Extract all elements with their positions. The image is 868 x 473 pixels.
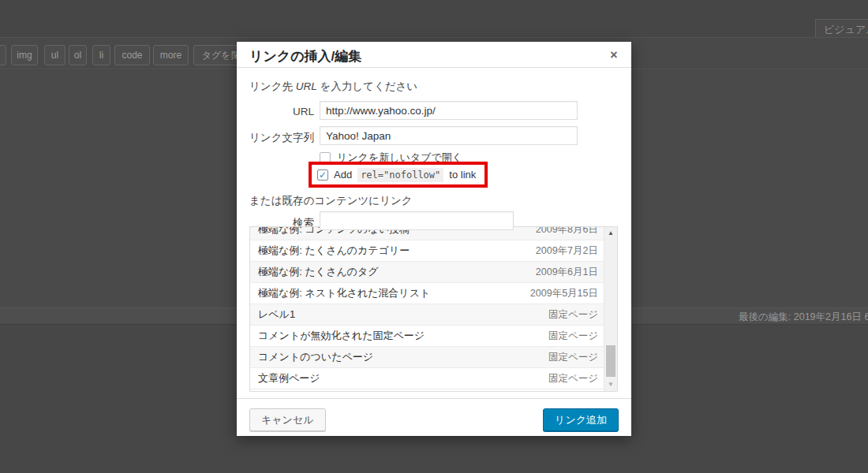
list-item[interactable]: 文章例ページ 固定ページ bbox=[250, 368, 617, 389]
list-item-title: 極端な例: たくさんのタグ bbox=[258, 265, 379, 279]
toolbar-button-more[interactable]: more bbox=[153, 45, 189, 65]
nofollow-code[interactable]: rel="nofollow" bbox=[357, 168, 443, 182]
editor-header-area bbox=[0, 0, 868, 37]
list-item-title: コメントのついたページ bbox=[258, 350, 373, 364]
link-text-label: リンク文字列 bbox=[237, 131, 314, 145]
list-item-meta: 固定ページ bbox=[548, 308, 598, 322]
list-item-meta: 2009年6月1日 bbox=[536, 266, 598, 279]
nofollow-checkbox[interactable]: ✓ bbox=[317, 169, 328, 181]
link-dialog: リンクの挿入/編集 × リンク先 URL を入力してください URL リンク文字… bbox=[237, 42, 631, 436]
url-instruction: リンク先 URL を入力してください bbox=[249, 80, 417, 94]
list-item-meta: 2009年7月2日 bbox=[536, 244, 598, 258]
list-item[interactable]: 極端な例: たくさんのカテゴリー 2009年7月2日 bbox=[250, 240, 617, 262]
river-items: 極端な例: コンテンツのない投稿 2009年8月6日 極端な例: たくさんのカテ… bbox=[250, 226, 617, 389]
list-item[interactable]: コメントが無効化された固定ページ 固定ページ bbox=[250, 326, 617, 347]
toolbar-button-ul[interactable]: ul bbox=[44, 45, 65, 65]
link-text-input[interactable] bbox=[320, 126, 578, 145]
dialog-footer: キャンセル リンク追加 bbox=[237, 398, 631, 436]
toolbar-button-code[interactable]: code bbox=[114, 45, 150, 65]
nofollow-label-after[interactable]: to link bbox=[449, 169, 476, 181]
tab-visual[interactable]: ビジュアル bbox=[815, 19, 868, 38]
nofollow-highlight-box: ✓ Add rel="nofollow" to link bbox=[309, 162, 488, 188]
list-item-meta: 固定ページ bbox=[548, 351, 598, 364]
dialog-header: リンクの挿入/編集 × bbox=[237, 42, 631, 68]
dialog-title: リンクの挿入/編集 bbox=[249, 47, 361, 65]
search-input[interactable] bbox=[320, 211, 514, 230]
list-item-meta: 2009年5月15日 bbox=[530, 287, 598, 300]
toolbar-button-clipped[interactable] bbox=[0, 45, 6, 65]
list-item-title: コメントが無効化された固定ページ bbox=[258, 329, 425, 343]
scroll-down-icon[interactable]: ▼ bbox=[604, 378, 617, 391]
list-item-meta: 固定ページ bbox=[548, 330, 598, 343]
tab-visual-label: ビジュアル bbox=[824, 24, 868, 35]
url-input[interactable] bbox=[320, 101, 578, 120]
toolbar-button-img[interactable]: img bbox=[11, 45, 38, 65]
list-item-meta: 固定ページ bbox=[548, 372, 598, 385]
list-item[interactable]: コメントのついたページ 固定ページ bbox=[250, 347, 617, 368]
list-item-title: 文章例ページ bbox=[258, 371, 320, 385]
scroll-up-icon[interactable]: ▲ bbox=[604, 227, 617, 240]
url-label: URL bbox=[237, 106, 314, 117]
list-scrollbar[interactable]: ▲ ▼ bbox=[604, 227, 617, 391]
list-item[interactable]: レベル1 固定ページ bbox=[250, 304, 617, 326]
last-edited-text: 最後の編集: 2019年2月16日 6: bbox=[739, 311, 868, 324]
list-item-title: 極端な例: ネスト化された混合リスト bbox=[258, 286, 430, 300]
add-link-button[interactable]: リンク追加 bbox=[543, 408, 619, 431]
checkmark-icon: ✓ bbox=[319, 169, 327, 181]
content-river-list: 極端な例: コンテンツのない投稿 2009年8月6日 極端な例: たくさんのカテ… bbox=[249, 226, 618, 392]
url-instruction-suffix: を入力してください bbox=[317, 80, 417, 92]
close-icon[interactable]: × bbox=[604, 46, 623, 65]
existing-content-label: または既存のコンテンツにリンク bbox=[249, 194, 413, 208]
list-item-title: レベル1 bbox=[258, 307, 295, 322]
nofollow-label-before[interactable]: Add bbox=[334, 169, 352, 181]
scrollbar-thumb[interactable] bbox=[606, 345, 615, 377]
list-item-meta: 2009年8月6日 bbox=[536, 226, 598, 236]
url-instruction-prefix: リンク先 bbox=[249, 80, 296, 92]
toolbar-button-li[interactable]: li bbox=[92, 45, 110, 65]
list-item[interactable]: 極端な例: たくさんのタグ 2009年6月1日 bbox=[250, 262, 617, 283]
list-item-title: 極端な例: たくさんのカテゴリー bbox=[258, 244, 410, 258]
cancel-button[interactable]: キャンセル bbox=[249, 408, 326, 431]
toolbar-button-ol[interactable]: ol bbox=[69, 45, 87, 65]
list-item[interactable]: 極端な例: ネスト化された混合リスト 2009年5月15日 bbox=[250, 283, 617, 304]
url-instruction-em: URL bbox=[296, 80, 317, 92]
